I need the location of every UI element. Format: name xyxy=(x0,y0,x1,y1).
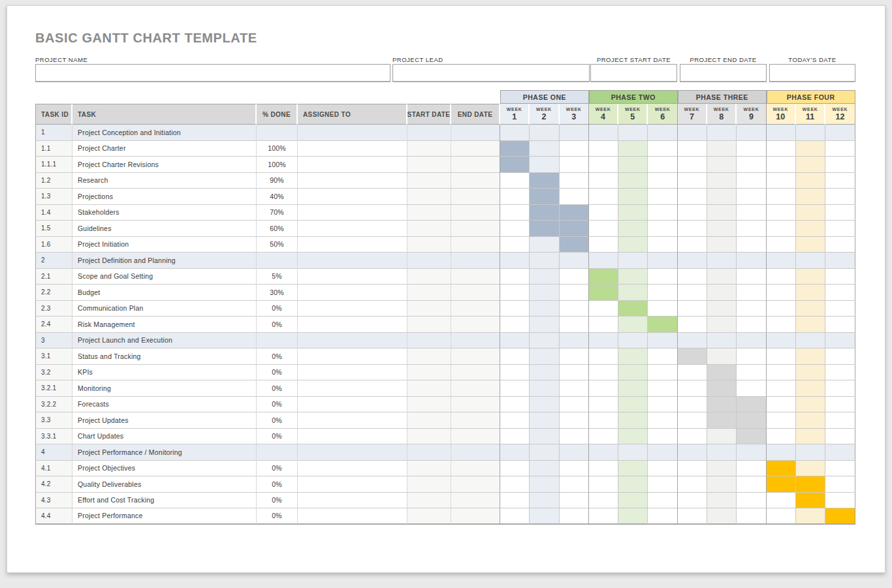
gantt-cell-w7[interactable] xyxy=(678,461,707,477)
gantt-cell-w12[interactable] xyxy=(825,269,855,285)
start-date-cell[interactable] xyxy=(407,157,451,173)
gantt-cell-w4[interactable] xyxy=(589,348,618,365)
start-date-cell[interactable] xyxy=(407,348,451,365)
gantt-cell-w8[interactable] xyxy=(707,412,737,429)
gantt-cell-w10[interactable] xyxy=(767,348,796,365)
done-cell[interactable]: 5% xyxy=(257,269,298,285)
gantt-cell-w12[interactable] xyxy=(825,397,855,413)
gantt-cell-w3[interactable] xyxy=(560,493,589,509)
gantt-cell-w5[interactable] xyxy=(618,125,648,141)
gantt-cell-w2[interactable] xyxy=(530,508,559,525)
task-id-cell[interactable]: 1.1.1 xyxy=(35,157,72,173)
done-cell[interactable] xyxy=(257,333,298,349)
gantt-cell-w9[interactable] xyxy=(737,237,766,253)
task-id-cell[interactable]: 3.3.1 xyxy=(35,429,72,445)
gantt-cell-w7[interactable] xyxy=(678,301,707,317)
gantt-cell-w3[interactable] xyxy=(560,412,589,429)
gantt-cell-w1[interactable] xyxy=(500,365,530,381)
end-date-cell[interactable] xyxy=(451,125,500,141)
gantt-cell-w10[interactable] xyxy=(767,380,796,397)
gantt-cell-w4[interactable] xyxy=(589,141,618,157)
gantt-cell-w10[interactable] xyxy=(767,157,796,173)
gantt-cell-w4[interactable] xyxy=(589,476,618,493)
done-cell[interactable]: 90% xyxy=(257,173,298,189)
start-date-cell[interactable] xyxy=(407,444,451,461)
gantt-cell-w6[interactable] xyxy=(648,189,677,205)
assigned-cell[interactable] xyxy=(298,333,407,349)
gantt-cell-w2[interactable] xyxy=(530,444,559,461)
gantt-cell-w3[interactable] xyxy=(560,285,589,301)
gantt-cell-w4[interactable] xyxy=(589,285,618,301)
gantt-cell-w10[interactable] xyxy=(767,429,796,445)
gantt-cell-w12[interactable] xyxy=(825,205,855,221)
gantt-cell-w3[interactable] xyxy=(560,444,589,461)
gantt-cell-w12[interactable] xyxy=(825,157,855,173)
assigned-cell[interactable] xyxy=(298,444,407,461)
gantt-cell-w9[interactable] xyxy=(737,429,766,445)
gantt-cell-w2[interactable] xyxy=(530,237,559,253)
gantt-cell-w12[interactable] xyxy=(825,444,855,461)
gantt-cell-w11[interactable] xyxy=(796,269,825,285)
gantt-cell-w7[interactable] xyxy=(678,221,707,237)
assigned-cell[interactable] xyxy=(298,285,407,301)
gantt-cell-w10[interactable] xyxy=(767,412,796,429)
gantt-cell-w9[interactable] xyxy=(737,221,766,237)
end-date-cell[interactable] xyxy=(451,173,500,189)
done-cell[interactable]: 0% xyxy=(257,476,298,493)
gantt-cell-w4[interactable] xyxy=(589,157,618,173)
gantt-cell-w4[interactable] xyxy=(589,493,618,509)
gantt-cell-w10[interactable] xyxy=(767,365,796,381)
gantt-cell-w5[interactable] xyxy=(618,141,648,157)
gantt-cell-w3[interactable] xyxy=(560,157,589,173)
task-cell[interactable]: Project Initiation xyxy=(72,237,257,253)
gantt-cell-w11[interactable] xyxy=(796,189,825,205)
gantt-cell-w8[interactable] xyxy=(707,205,737,221)
task-cell[interactable]: Project Charter Revisions xyxy=(72,157,257,173)
task-cell[interactable]: Project Objectives xyxy=(72,461,257,477)
gantt-cell-w6[interactable] xyxy=(648,301,677,317)
start-date-cell[interactable] xyxy=(407,380,451,397)
gantt-cell-w12[interactable] xyxy=(825,221,855,237)
gantt-cell-w2[interactable] xyxy=(530,380,559,397)
gantt-cell-w1[interactable] xyxy=(500,461,530,477)
gantt-cell-w6[interactable] xyxy=(648,476,677,493)
assigned-cell[interactable] xyxy=(298,476,407,493)
gantt-cell-w5[interactable] xyxy=(618,173,648,189)
gantt-cell-w2[interactable] xyxy=(530,141,559,157)
gantt-cell-w11[interactable] xyxy=(796,493,825,509)
gantt-cell-w5[interactable] xyxy=(618,333,648,349)
gantt-cell-w12[interactable] xyxy=(825,493,855,509)
gantt-cell-w12[interactable] xyxy=(825,253,855,269)
task-cell[interactable]: Risk Management xyxy=(72,317,257,333)
gantt-cell-w11[interactable] xyxy=(796,237,825,253)
gantt-cell-w11[interactable] xyxy=(796,412,825,429)
assigned-cell[interactable] xyxy=(298,237,407,253)
end-date-cell[interactable] xyxy=(451,285,500,301)
gantt-cell-w2[interactable] xyxy=(530,317,559,333)
gantt-cell-w4[interactable] xyxy=(589,253,618,269)
gantt-cell-w10[interactable] xyxy=(767,397,796,413)
gantt-cell-w1[interactable] xyxy=(500,348,530,365)
task-id-cell[interactable]: 2.1 xyxy=(35,269,72,285)
gantt-cell-w9[interactable] xyxy=(737,301,766,317)
task-cell[interactable]: Quality Deliverables xyxy=(72,476,257,493)
task-id-cell[interactable]: 3.2 xyxy=(35,365,72,381)
gantt-cell-w10[interactable] xyxy=(767,285,796,301)
done-cell[interactable]: 40% xyxy=(257,189,298,205)
gantt-cell-w9[interactable] xyxy=(737,189,766,205)
gantt-cell-w9[interactable] xyxy=(737,157,766,173)
gantt-cell-w6[interactable] xyxy=(648,221,677,237)
gantt-cell-w7[interactable] xyxy=(678,253,707,269)
gantt-cell-w6[interactable] xyxy=(648,429,677,445)
end-date-cell[interactable] xyxy=(451,301,500,317)
gantt-cell-w4[interactable] xyxy=(589,412,618,429)
gantt-cell-w11[interactable] xyxy=(796,205,825,221)
gantt-cell-w10[interactable] xyxy=(767,317,796,333)
gantt-cell-w12[interactable] xyxy=(825,237,855,253)
gantt-cell-w9[interactable] xyxy=(737,412,766,429)
gantt-cell-w9[interactable] xyxy=(737,173,766,189)
gantt-cell-w12[interactable] xyxy=(825,348,855,365)
gantt-cell-w12[interactable] xyxy=(825,173,855,189)
end-date-cell[interactable] xyxy=(451,508,500,525)
gantt-cell-w2[interactable] xyxy=(530,429,559,445)
